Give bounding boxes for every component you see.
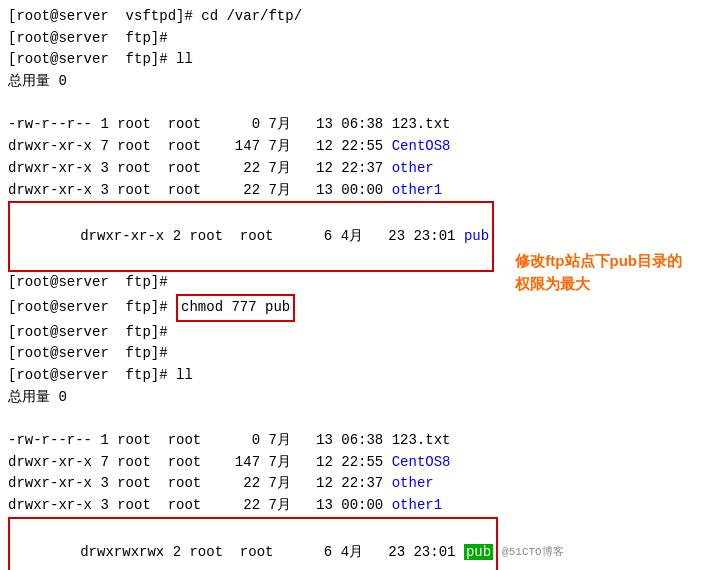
terminal-line: [root@server ftp]# ll — [8, 49, 696, 71]
dir-name-other: other — [392, 158, 434, 180]
pub-dir-777-box: drwxrwxrwx 2 root root 6 4月 23 23:01 pub — [8, 517, 498, 570]
terminal-line: drwxr-xr-x 3 root root 22 7月 12 22:37 ot… — [8, 473, 696, 495]
chmod-command-box: chmod 777 pub — [176, 294, 295, 322]
pub-dir-entry-box: drwxr-xr-x 2 root root 6 4月 23 23:01 pub — [8, 201, 494, 272]
annotation-line1: 修改ftp站点下pub目录的 — [515, 250, 682, 273]
line-text: [root@server ftp]# ll — [8, 49, 193, 71]
command-text: chmod 777 pub — [181, 299, 290, 315]
dir-name-centos8-2: CentOS8 — [392, 452, 451, 474]
terminal-line: [root@server ftp]# ll — [8, 365, 696, 387]
terminal-line — [8, 408, 696, 430]
dir-permissions: drwxr-xr-x 7 root root 147 7月 12 22:55 — [8, 452, 392, 474]
dir-name-pub-777: pub — [464, 544, 493, 560]
dir-name-pub: pub — [464, 228, 489, 244]
terminal-line: 总用量 0 — [8, 387, 696, 409]
dir-permissions: drwxr-xr-x 3 root root 22 7月 13 00:00 — [8, 180, 392, 202]
terminal-line: [root@server ftp]# — [8, 28, 696, 50]
terminal-line-pub-777-boxed: drwxrwxrwx 2 root root 6 4月 23 23:01 pub… — [8, 517, 696, 570]
terminal-line: -rw-r--r-- 1 root root 0 7月 13 06:38 123… — [8, 114, 696, 136]
watermark: @51CTO博客 — [502, 544, 564, 561]
annotation-line2: 权限为最大 — [515, 273, 682, 296]
terminal-line: [root@server ftp]# — [8, 343, 696, 365]
annotation-block: 修改ftp站点下pub目录的 权限为最大 — [515, 250, 682, 295]
line-text: [root@server ftp]# — [8, 343, 168, 365]
terminal-line: [root@server ftp]# — [8, 322, 696, 344]
line-text: [root@server vsftpd]# cd /var/ftp/ — [8, 6, 302, 28]
dir-permissions: drwxr-xr-x 7 root root 147 7月 12 22:55 — [8, 136, 392, 158]
line-text: [root@server ftp]# ll — [8, 365, 193, 387]
line-text: 总用量 0 — [8, 387, 67, 409]
dir-permissions-777: drwxrwxrwx 2 root root 6 4月 23 23:01 — [80, 544, 464, 560]
line-text: 总用量 0 — [8, 71, 67, 93]
terminal-window: [root@server vsftpd]# cd /var/ftp/ [root… — [0, 0, 704, 570]
terminal-line: drwxr-xr-x 3 root root 22 7月 13 00:00 ot… — [8, 180, 696, 202]
dir-name-other-2: other — [392, 473, 434, 495]
dir-permissions: drwxr-xr-x 3 root root 22 7月 12 22:37 — [8, 158, 392, 180]
terminal-line: drwxr-xr-x 3 root root 22 7月 13 00:00 ot… — [8, 495, 696, 517]
dir-permissions: drwxr-xr-x 3 root root 22 7月 12 22:37 — [8, 473, 392, 495]
file-permissions: -rw-r--r-- 1 root root 0 7月 13 06:38 123… — [8, 430, 450, 452]
terminal-line: [root@server vsftpd]# cd /var/ftp/ — [8, 6, 696, 28]
dir-name-other1: other1 — [392, 180, 442, 202]
dir-permissions: drwxr-xr-x 2 root root 6 4月 23 23:01 — [80, 228, 464, 244]
file-permissions: -rw-r--r-- 1 root root 0 7月 13 06:38 123… — [8, 114, 450, 136]
line-text: [root@server ftp]# — [8, 28, 168, 50]
terminal-line — [8, 93, 696, 115]
line-text: [root@server ftp]# — [8, 272, 168, 294]
terminal-line-chmod: [root@server ftp]# chmod 777 pub — [8, 294, 696, 322]
dir-permissions: drwxr-xr-x 3 root root 22 7月 13 00:00 — [8, 495, 392, 517]
terminal-line: 总用量 0 — [8, 71, 696, 93]
dir-name-centos8: CentOS8 — [392, 136, 451, 158]
terminal-line: drwxr-xr-x 7 root root 147 7月 12 22:55 C… — [8, 136, 696, 158]
terminal-line: drwxr-xr-x 7 root root 147 7月 12 22:55 C… — [8, 452, 696, 474]
prompt-text: [root@server ftp]# — [8, 297, 176, 319]
terminal-line: -rw-r--r-- 1 root root 0 7月 13 06:38 123… — [8, 430, 696, 452]
line-text: [root@server ftp]# — [8, 322, 168, 344]
terminal-content: [root@server vsftpd]# cd /var/ftp/ [root… — [8, 6, 696, 570]
dir-name-other1-2: other1 — [392, 495, 442, 517]
terminal-line: drwxr-xr-x 3 root root 22 7月 12 22:37 ot… — [8, 158, 696, 180]
